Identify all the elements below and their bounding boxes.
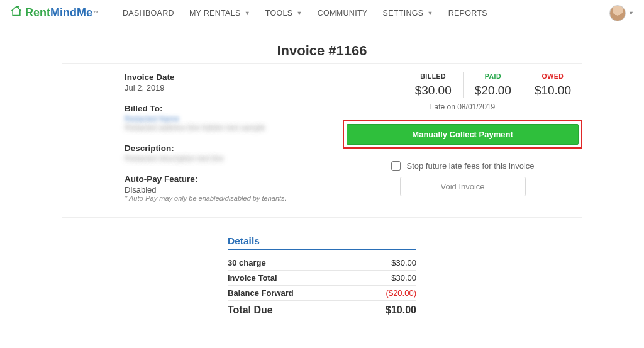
divider xyxy=(62,63,582,64)
details-title: Details xyxy=(228,235,416,250)
billed-to-block: Billed To: Redacted Name Redacted addres… xyxy=(125,104,343,132)
detail-value: $30.00 xyxy=(391,258,416,267)
actions-column: BILLED $30.00 PAID $20.00 OWED $10.00 La… xyxy=(343,72,582,213)
paid-value: $20.00 xyxy=(475,84,511,98)
detail-label: Total Due xyxy=(228,305,273,316)
billed-to-label: Billed To: xyxy=(125,104,343,113)
nav-dashboard[interactable]: DASHBOARD xyxy=(116,4,180,23)
page-body: Invoice #1166 Invoice Date Jul 2, 2019 B… xyxy=(0,26,644,331)
stop-fees-checkbox[interactable] xyxy=(391,161,401,171)
brand-text-mindme: MindMe xyxy=(50,6,92,20)
void-invoice-button[interactable]: Void Invoice xyxy=(400,177,526,196)
stop-fees-row: Stop future late fees for this invoice xyxy=(343,161,582,171)
billed-to-address-obscured: Redacted address line hidden text sample xyxy=(125,123,343,132)
house-icon xyxy=(10,5,23,21)
autopay-block: Auto-Pay Feature: Disabled * Auto-Pay ma… xyxy=(125,174,343,202)
brand-text-rent: Rent xyxy=(25,6,50,20)
stop-fees-label: Stop future late fees for this invoice xyxy=(407,161,535,171)
detail-row-charge: 30 charge $30.00 xyxy=(228,255,416,271)
paid-label: PAID xyxy=(475,72,511,80)
autopay-note: * Auto-Pay may only be enabled/disabled … xyxy=(125,194,343,202)
late-text: Late on 08/01/2019 xyxy=(343,103,582,111)
invoice-info-column: Invoice Date Jul 2, 2019 Billed To: Reda… xyxy=(62,72,343,213)
page-title: Invoice #1166 xyxy=(62,43,582,59)
brand-tm: ™ xyxy=(93,10,99,16)
detail-row-balance: Balance Forward ($20.00) xyxy=(228,286,416,301)
highlight-box: Manually Collect Payment xyxy=(343,120,582,149)
chevron-down-icon: ▼ xyxy=(245,10,250,16)
owed-value: $10.00 xyxy=(535,84,571,98)
owed-label: OWED xyxy=(535,72,571,80)
description-block: Description: Redacted description text l… xyxy=(125,143,343,163)
divider xyxy=(62,217,582,218)
owed-box: OWED $10.00 xyxy=(523,72,582,98)
billed-value: $30.00 xyxy=(415,84,452,98)
chevron-down-icon: ▼ xyxy=(427,10,433,16)
brand-logo[interactable]: RentMindMe™ xyxy=(10,5,99,21)
amount-summary: BILLED $30.00 PAID $20.00 OWED $10.00 xyxy=(343,72,582,98)
chevron-down-icon: ▼ xyxy=(628,10,634,16)
detail-label: Invoice Total xyxy=(228,273,277,283)
detail-row-total: Invoice Total $30.00 xyxy=(228,271,416,286)
main-nav: DASHBOARD MY RENTALS▼ TOOLS▼ COMMUNITY S… xyxy=(116,4,494,23)
invoice-date-block: Invoice Date Jul 2, 2019 xyxy=(125,72,343,93)
nav-tools[interactable]: TOOLS▼ xyxy=(259,4,309,23)
nav-settings[interactable]: SETTINGS▼ xyxy=(377,4,440,23)
description-obscured: Redacted description text line xyxy=(125,154,343,163)
billed-label: BILLED xyxy=(415,72,452,80)
detail-label: Balance Forward xyxy=(228,288,294,298)
invoice-date-value: Jul 2, 2019 xyxy=(125,83,343,93)
autopay-value: Disabled xyxy=(125,185,343,194)
detail-value: $30.00 xyxy=(391,273,416,283)
detail-label: 30 charge xyxy=(228,258,266,267)
description-label: Description: xyxy=(125,143,343,153)
detail-value: $10.00 xyxy=(386,305,416,316)
collect-payment-button[interactable]: Manually Collect Payment xyxy=(347,124,579,145)
autopay-label: Auto-Pay Feature: xyxy=(125,174,343,184)
top-bar: RentMindMe™ DASHBOARD MY RENTALS▼ TOOLS▼… xyxy=(0,0,644,26)
invoice-date-label: Invoice Date xyxy=(125,72,343,82)
nav-reports[interactable]: REPORTS xyxy=(442,4,494,23)
detail-value: ($20.00) xyxy=(386,288,416,298)
chevron-down-icon: ▼ xyxy=(297,10,303,16)
detail-row-due: Total Due $10.00 xyxy=(228,301,416,318)
details-section: Details 30 charge $30.00 Invoice Total $… xyxy=(228,235,416,318)
nav-community[interactable]: COMMUNITY xyxy=(311,4,374,23)
user-menu[interactable]: ▼ xyxy=(609,5,634,21)
billed-box: BILLED $30.00 xyxy=(404,72,463,98)
paid-box: PAID $20.00 xyxy=(463,72,523,98)
billed-to-name-obscured: Redacted Name xyxy=(125,115,343,123)
nav-myrentals[interactable]: MY RENTALS▼ xyxy=(183,4,257,23)
avatar xyxy=(609,5,626,21)
